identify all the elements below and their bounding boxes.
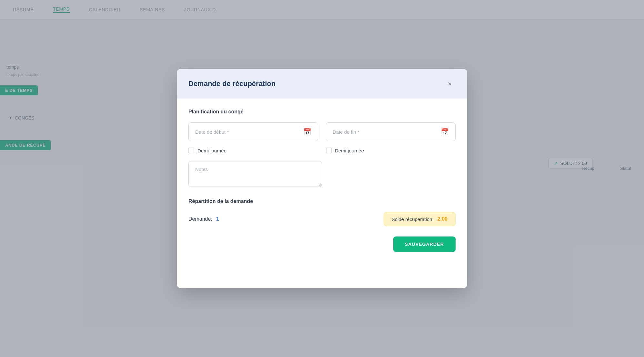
save-button[interactable]: SAUVEGARDER <box>393 236 456 252</box>
demande-value: 1 <box>216 216 219 222</box>
modal-body: Planification du congé Date de début * 📅… <box>177 99 467 262</box>
section-planification-title: Planification du congé <box>188 109 456 115</box>
section-repartition-title: Répartition de la demande <box>188 198 456 204</box>
save-row: SAUVEGARDER <box>188 236 456 252</box>
date-fin-field[interactable]: Date de fin * 📅 <box>326 122 456 141</box>
demi-journee-start-checkbox[interactable] <box>188 148 194 153</box>
notes-textarea[interactable] <box>188 161 322 187</box>
date-debut-label: Date de début * <box>195 129 229 135</box>
demande-text: Demande: 1 <box>188 216 219 222</box>
date-fin-label: Date de fin * <box>333 129 359 135</box>
solde-recup-badge: Solde récuperation: 2.00 <box>384 212 456 226</box>
date-row: Date de début * 📅 Date de fin * 📅 <box>188 122 456 141</box>
checkbox-group-end: Demi-journée <box>326 148 456 153</box>
checkbox-row: Demi-journée Demi-journée <box>188 148 456 153</box>
modal-overlay: Demande de récupération × Planification … <box>0 0 644 357</box>
modal-close-button[interactable]: × <box>444 78 456 90</box>
repartition-row: Demande: 1 Solde récuperation: 2.00 <box>188 212 456 226</box>
date-debut-field[interactable]: Date de début * 📅 <box>188 122 318 141</box>
demi-journee-end-checkbox[interactable] <box>326 148 332 153</box>
modal-dialog: Demande de récupération × Planification … <box>177 69 467 288</box>
solde-recup-value: 2.00 <box>438 216 448 222</box>
solde-recup-label: Solde récuperation: <box>392 217 434 222</box>
modal-header: Demande de récupération × <box>177 69 467 99</box>
calendar-end-icon: 📅 <box>441 128 449 136</box>
demande-label: Demande: <box>188 216 212 222</box>
demi-journee-start-label: Demi-journée <box>197 148 226 153</box>
checkbox-group-start: Demi-journée <box>188 148 318 153</box>
calendar-start-icon: 📅 <box>303 128 311 136</box>
modal-title: Demande de récupération <box>188 80 276 88</box>
demi-journee-end-label: Demi-journée <box>335 148 364 153</box>
